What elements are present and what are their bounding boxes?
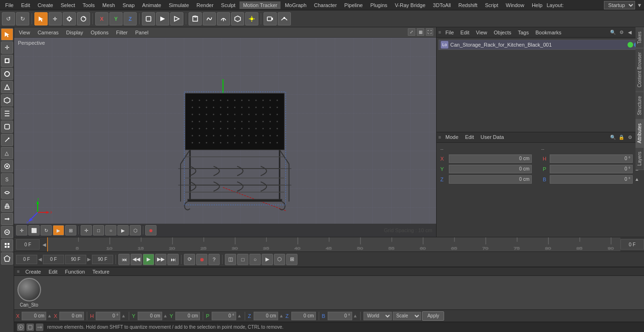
vp-active-btn[interactable]: ▶ [53,225,64,235]
menu-pipeline[interactable]: Pipeline [341,1,366,9]
transport-mix-btn4[interactable]: ▶ [262,254,273,265]
vp-fullscreen-icon[interactable]: ⛶ [426,28,433,36]
coord-x2-input[interactable] [59,312,84,320]
coord-b-input[interactable] [328,312,352,320]
menu-edit[interactable]: Edit [18,1,33,9]
left-tool-7[interactable] [1,121,13,133]
vp-menu-cameras[interactable]: Cameras [36,29,61,36]
vp-select-box-btn[interactable]: ⬜ [28,225,40,235]
transport-go-start[interactable]: ⏮ [118,254,130,265]
scale-tool-button[interactable] [63,12,76,25]
transport-mix-btn6[interactable]: ⊞ [286,254,297,265]
vp-transform-btn[interactable]: ✛ [81,225,92,235]
side-tab-takes[interactable]: Takes [636,27,644,48]
menu-redshift[interactable]: Redshift [455,1,480,9]
coord-z-input[interactable] [254,312,278,320]
mat-menu-function[interactable]: Function [63,268,87,275]
menu-tools[interactable]: Tools [79,1,98,9]
left-tool-5[interactable] [1,94,13,106]
menu-file[interactable]: File [2,1,17,9]
obj-config-icon[interactable]: ⚙ [618,29,625,36]
generator-button[interactable] [231,12,244,25]
transport-start-frame[interactable] [16,255,37,264]
coord-p-input[interactable] [212,312,236,320]
sky-button[interactable] [278,12,291,25]
apply-button[interactable]: Apply [422,311,444,321]
menu-mograph[interactable]: MoGraph [281,1,310,9]
left-tool-10[interactable] [1,160,13,172]
coord-y2-input[interactable] [175,312,200,320]
menu-simulate[interactable]: Simulate [165,1,192,9]
side-tab-content-browser[interactable]: Content Browser [636,48,644,91]
timeline-current-frame[interactable]: 0 F [16,239,40,250]
transport-mix-btn1[interactable]: ◫ [225,254,236,265]
menu-script[interactable]: Script [482,1,502,9]
side-tab-layers[interactable]: Layers [636,147,644,170]
mat-menu-texture[interactable]: Texture [91,268,111,275]
redo-button[interactable]: ↻ [16,12,29,25]
transport-go-end[interactable]: ⏭ [167,254,179,265]
menu-vray[interactable]: V-Ray Bridge [392,1,429,9]
menu-create[interactable]: Create [34,1,57,9]
left-tool-8[interactable] [1,134,13,146]
transport-mix-btn2[interactable]: □ [237,254,248,265]
y-axis-button[interactable]: Y [109,12,123,25]
left-tool-16[interactable] [1,239,13,251]
object-mode-button[interactable] [142,12,155,25]
side-tab-structure[interactable]: Structure [636,92,644,120]
obj-menu-bookmarks[interactable]: Bookmarks [533,29,564,36]
menu-animate[interactable]: Animate [139,1,165,9]
transport-play[interactable]: ▶ [143,254,154,265]
vp-grid-btn[interactable]: ⊞ [65,225,76,235]
coord-h-input[interactable] [96,312,120,320]
z-axis-button[interactable]: Z [124,12,137,25]
left-tool-14[interactable] [1,213,13,225]
obj-menu-objects[interactable]: Objects [491,29,513,36]
menu-render[interactable]: Render [193,1,217,9]
left-tool-12[interactable] [1,186,13,199]
menu-character[interactable]: Character [311,1,340,9]
material-item[interactable]: Can_Sto [16,278,42,308]
status-icon-1[interactable] [17,324,25,331]
vp-points-btn[interactable]: ⬡ [130,225,141,235]
undo-button[interactable]: ↺ [2,12,15,25]
menu-plugins[interactable]: Plugins [367,1,390,9]
mat-menu-create[interactable]: Create [24,268,43,275]
attr-z-pos[interactable] [449,175,532,184]
attr-y-pos[interactable] [449,165,532,173]
transport-mix-btn3[interactable]: ○ [249,254,261,265]
left-tool-4[interactable] [1,81,13,93]
transport-mix-btn5[interactable]: ⬡ [274,254,285,265]
vis-dot-green[interactable] [627,42,633,48]
obj-collapse-icon[interactable]: ◀ [626,29,634,36]
move-tool-button[interactable]: ✛ [49,12,62,25]
attr-b-rot[interactable] [550,175,633,184]
attr-lock-icon[interactable]: 🔒 [618,133,625,141]
transport-help[interactable]: ? [208,254,220,265]
vp-expand-icon[interactable]: ⤢ [408,28,415,36]
vp-menu-view[interactable]: View [17,29,32,36]
side-tab-attributes[interactable]: Attributes [636,119,644,147]
left-tool-1[interactable]: ✛ [1,41,13,54]
transport-end[interactable] [65,255,86,264]
deformer-button[interactable] [217,12,230,25]
coord-y-input[interactable] [138,312,162,320]
vp-move-btn[interactable]: ✛ [16,225,27,235]
vp-record-btn[interactable]: ⏺ [145,225,157,235]
vp-rotate-btn[interactable]: ↻ [41,225,52,235]
left-tool-9[interactable]: △ [1,147,13,159]
material-thumbnail[interactable] [17,278,41,301]
light-button[interactable] [245,12,258,25]
coord-z2-input[interactable] [291,312,316,320]
coord-scale-dropdown[interactable]: Scale [393,312,421,320]
obj-search-icon[interactable]: 🔍 [609,29,617,36]
menu-motion-tracker[interactable]: Motion Tracker [239,1,281,9]
attr-config-icon[interactable]: ⚙ [626,133,634,141]
attr-search-icon[interactable]: 🔍 [609,133,617,141]
obj-menu-file[interactable]: File [443,29,456,36]
3d-viewport[interactable]: View Cameras Display Options Filter Pane… [14,27,437,237]
timeline-end-frame[interactable] [620,239,644,250]
layout-expand-icon[interactable]: ▼ [637,2,642,8]
transport-record[interactable]: ⏺ [196,254,207,265]
mat-menu-edit[interactable]: Edit [47,268,59,275]
